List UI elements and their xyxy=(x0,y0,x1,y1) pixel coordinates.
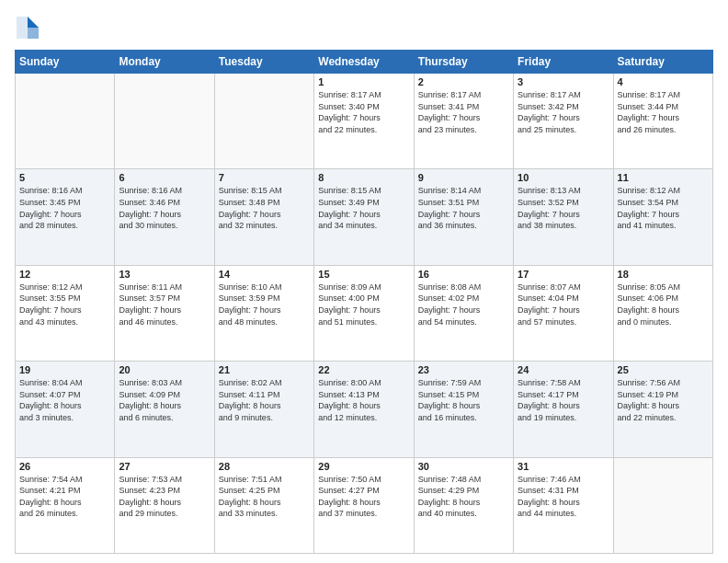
day-cell: 5Sunrise: 8:16 AM Sunset: 3:45 PM Daylig… xyxy=(16,169,115,265)
day-info: Sunrise: 8:16 AM Sunset: 3:46 PM Dayligh… xyxy=(119,185,210,231)
day-cell: 28Sunrise: 7:51 AM Sunset: 4:25 PM Dayli… xyxy=(214,457,313,553)
day-cell xyxy=(214,74,313,169)
day-cell xyxy=(613,457,712,553)
day-number: 14 xyxy=(219,269,310,280)
day-info: Sunrise: 7:50 AM Sunset: 4:27 PM Dayligh… xyxy=(318,474,409,520)
weekday-header-monday: Monday xyxy=(115,51,214,74)
day-cell: 9Sunrise: 8:14 AM Sunset: 3:51 PM Daylig… xyxy=(414,169,513,265)
day-info: Sunrise: 8:14 AM Sunset: 3:51 PM Dayligh… xyxy=(418,185,509,231)
weekday-header-wednesday: Wednesday xyxy=(314,51,414,74)
day-cell: 16Sunrise: 8:08 AM Sunset: 4:02 PM Dayli… xyxy=(414,265,513,361)
day-number: 5 xyxy=(19,172,110,183)
week-row-5: 26Sunrise: 7:54 AM Sunset: 4:21 PM Dayli… xyxy=(16,457,713,553)
day-number: 18 xyxy=(618,269,709,280)
day-cell: 13Sunrise: 8:11 AM Sunset: 3:57 PM Dayli… xyxy=(115,265,214,361)
day-cell: 17Sunrise: 8:07 AM Sunset: 4:04 PM Dayli… xyxy=(514,265,613,361)
day-number: 30 xyxy=(418,461,509,472)
day-info: Sunrise: 7:46 AM Sunset: 4:31 PM Dayligh… xyxy=(518,474,609,520)
day-number: 1 xyxy=(318,76,409,87)
day-cell: 2Sunrise: 8:17 AM Sunset: 3:41 PM Daylig… xyxy=(414,74,513,169)
day-cell: 10Sunrise: 8:13 AM Sunset: 3:52 PM Dayli… xyxy=(514,169,613,265)
day-cell: 23Sunrise: 7:59 AM Sunset: 4:15 PM Dayli… xyxy=(414,362,513,457)
day-number: 11 xyxy=(618,172,709,183)
day-info: Sunrise: 8:10 AM Sunset: 3:59 PM Dayligh… xyxy=(219,282,310,327)
day-info: Sunrise: 7:56 AM Sunset: 4:19 PM Dayligh… xyxy=(618,377,709,423)
day-cell: 3Sunrise: 8:17 AM Sunset: 3:42 PM Daylig… xyxy=(514,74,613,169)
weekday-header-friday: Friday xyxy=(514,51,613,74)
day-number: 16 xyxy=(418,269,509,280)
day-info: Sunrise: 8:17 AM Sunset: 3:44 PM Dayligh… xyxy=(618,89,709,135)
day-number: 12 xyxy=(19,269,110,280)
page: SundayMondayTuesdayWednesdayThursdayFrid… xyxy=(0,0,728,563)
svg-marker-1 xyxy=(28,28,39,39)
week-row-1: 1Sunrise: 8:17 AM Sunset: 3:40 PM Daylig… xyxy=(16,74,713,169)
logo-icon xyxy=(15,15,40,40)
day-cell: 4Sunrise: 8:17 AM Sunset: 3:44 PM Daylig… xyxy=(613,74,712,169)
calendar-table: SundayMondayTuesdayWednesdayThursdayFrid… xyxy=(15,50,713,554)
day-cell: 1Sunrise: 8:17 AM Sunset: 3:40 PM Daylig… xyxy=(314,74,414,169)
day-info: Sunrise: 8:05 AM Sunset: 4:06 PM Dayligh… xyxy=(618,282,709,327)
day-cell: 31Sunrise: 7:46 AM Sunset: 4:31 PM Dayli… xyxy=(514,457,613,553)
week-row-3: 12Sunrise: 8:12 AM Sunset: 3:55 PM Dayli… xyxy=(16,265,713,361)
day-info: Sunrise: 8:17 AM Sunset: 3:41 PM Dayligh… xyxy=(418,89,509,135)
day-cell xyxy=(16,74,115,169)
day-info: Sunrise: 7:54 AM Sunset: 4:21 PM Dayligh… xyxy=(19,474,110,520)
day-cell: 29Sunrise: 7:50 AM Sunset: 4:27 PM Dayli… xyxy=(314,457,414,553)
day-number: 13 xyxy=(119,269,210,280)
day-cell: 30Sunrise: 7:48 AM Sunset: 4:29 PM Dayli… xyxy=(414,457,513,553)
week-row-2: 5Sunrise: 8:16 AM Sunset: 3:45 PM Daylig… xyxy=(16,169,713,265)
day-cell: 14Sunrise: 8:10 AM Sunset: 3:59 PM Dayli… xyxy=(214,265,313,361)
day-info: Sunrise: 7:48 AM Sunset: 4:29 PM Dayligh… xyxy=(418,474,509,520)
logo xyxy=(15,15,44,40)
day-info: Sunrise: 7:59 AM Sunset: 4:15 PM Dayligh… xyxy=(418,377,509,423)
weekday-header-saturday: Saturday xyxy=(613,51,712,74)
day-number: 28 xyxy=(219,461,310,472)
weekday-header-tuesday: Tuesday xyxy=(214,51,313,74)
day-number: 22 xyxy=(318,364,409,375)
day-cell: 22Sunrise: 8:00 AM Sunset: 4:13 PM Dayli… xyxy=(314,362,414,457)
day-cell: 7Sunrise: 8:15 AM Sunset: 3:48 PM Daylig… xyxy=(214,169,313,265)
day-number: 21 xyxy=(219,364,310,375)
day-number: 7 xyxy=(219,172,310,183)
day-info: Sunrise: 8:12 AM Sunset: 3:55 PM Dayligh… xyxy=(19,282,110,327)
day-cell: 21Sunrise: 8:02 AM Sunset: 4:11 PM Dayli… xyxy=(214,362,313,457)
day-number: 4 xyxy=(618,76,709,87)
day-number: 20 xyxy=(119,364,210,375)
day-info: Sunrise: 7:51 AM Sunset: 4:25 PM Dayligh… xyxy=(219,474,310,520)
day-info: Sunrise: 8:04 AM Sunset: 4:07 PM Dayligh… xyxy=(19,377,110,423)
week-row-4: 19Sunrise: 8:04 AM Sunset: 4:07 PM Dayli… xyxy=(16,362,713,457)
day-info: Sunrise: 8:11 AM Sunset: 3:57 PM Dayligh… xyxy=(119,282,210,327)
day-cell: 6Sunrise: 8:16 AM Sunset: 3:46 PM Daylig… xyxy=(115,169,214,265)
day-info: Sunrise: 8:15 AM Sunset: 3:48 PM Dayligh… xyxy=(219,185,310,231)
day-number: 3 xyxy=(518,76,609,87)
day-cell xyxy=(115,74,214,169)
day-cell: 20Sunrise: 8:03 AM Sunset: 4:09 PM Dayli… xyxy=(115,362,214,457)
day-info: Sunrise: 8:09 AM Sunset: 4:00 PM Dayligh… xyxy=(318,282,409,327)
day-info: Sunrise: 8:08 AM Sunset: 4:02 PM Dayligh… xyxy=(418,282,509,327)
day-number: 23 xyxy=(418,364,509,375)
day-info: Sunrise: 8:07 AM Sunset: 4:04 PM Dayligh… xyxy=(518,282,609,327)
day-number: 15 xyxy=(318,269,409,280)
day-cell: 19Sunrise: 8:04 AM Sunset: 4:07 PM Dayli… xyxy=(16,362,115,457)
day-number: 9 xyxy=(418,172,509,183)
day-info: Sunrise: 7:53 AM Sunset: 4:23 PM Dayligh… xyxy=(119,474,210,520)
day-number: 27 xyxy=(119,461,210,472)
day-number: 26 xyxy=(19,461,110,472)
day-cell: 12Sunrise: 8:12 AM Sunset: 3:55 PM Dayli… xyxy=(16,265,115,361)
day-cell: 27Sunrise: 7:53 AM Sunset: 4:23 PM Dayli… xyxy=(115,457,214,553)
day-info: Sunrise: 8:15 AM Sunset: 3:49 PM Dayligh… xyxy=(318,185,409,231)
day-cell: 18Sunrise: 8:05 AM Sunset: 4:06 PM Dayli… xyxy=(613,265,712,361)
weekday-header-thursday: Thursday xyxy=(414,51,513,74)
day-number: 17 xyxy=(518,269,609,280)
svg-rect-2 xyxy=(17,17,28,39)
day-info: Sunrise: 8:03 AM Sunset: 4:09 PM Dayligh… xyxy=(119,377,210,423)
day-cell: 8Sunrise: 8:15 AM Sunset: 3:49 PM Daylig… xyxy=(314,169,414,265)
day-info: Sunrise: 7:58 AM Sunset: 4:17 PM Dayligh… xyxy=(518,377,609,423)
day-info: Sunrise: 8:00 AM Sunset: 4:13 PM Dayligh… xyxy=(318,377,409,423)
day-number: 10 xyxy=(518,172,609,183)
day-info: Sunrise: 8:16 AM Sunset: 3:45 PM Dayligh… xyxy=(19,185,110,231)
day-number: 31 xyxy=(518,461,609,472)
day-cell: 25Sunrise: 7:56 AM Sunset: 4:19 PM Dayli… xyxy=(613,362,712,457)
day-info: Sunrise: 8:17 AM Sunset: 3:40 PM Dayligh… xyxy=(318,89,409,135)
day-number: 8 xyxy=(318,172,409,183)
